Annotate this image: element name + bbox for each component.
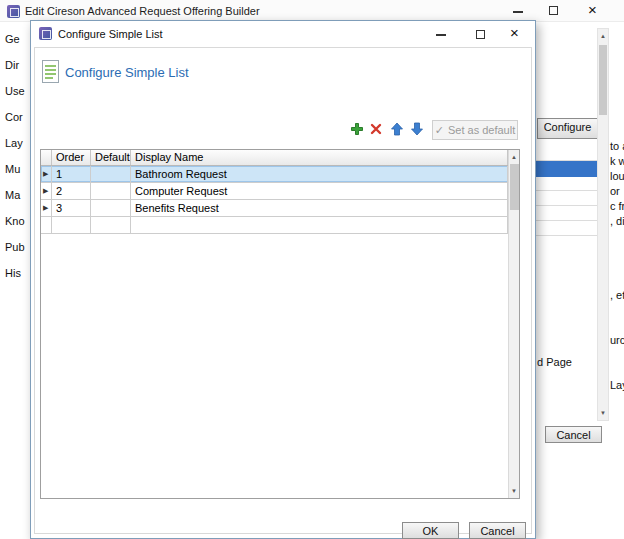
dialog-close-button[interactable]: ×: [510, 26, 519, 40]
text-fragment: k w: [610, 155, 624, 167]
set-as-default-button[interactable]: ✓Set as default: [432, 120, 518, 140]
grid-scrollbar[interactable]: ▲ ▼: [508, 150, 519, 498]
dialog-heading: Configure Simple List: [65, 65, 189, 80]
configure-simple-list-dialog: Configure Simple List × Configure Simple…: [30, 20, 536, 539]
header-selector-cell: [41, 150, 52, 165]
grid-header-row: Order Default Display Name: [41, 150, 508, 166]
background-grid-fragment: [536, 146, 597, 239]
main-scrollbar[interactable]: ▲ ▼: [597, 28, 609, 421]
dialog-maximize-button[interactable]: [476, 30, 485, 39]
background-selected-row: [536, 161, 597, 177]
sidebar-item-user[interactable]: Use: [5, 85, 25, 97]
row-pointer-icon: ▶: [41, 183, 51, 198]
cell-order[interactable]: [52, 217, 91, 233]
list-document-icon: [41, 59, 61, 87]
minimize-button[interactable]: [513, 11, 523, 13]
move-up-icon[interactable]: [389, 122, 405, 138]
text-fragment: c fro: [610, 200, 624, 212]
ok-button[interactable]: OK: [402, 522, 459, 539]
dialog-app-icon: [39, 27, 52, 40]
dialog-cancel-button[interactable]: Cancel: [469, 522, 526, 539]
configure-button[interactable]: Configure: [537, 118, 598, 139]
text-fragment: , di: [610, 215, 624, 227]
background-cancel-button[interactable]: Cancel: [545, 426, 602, 443]
row-selector[interactable]: [41, 217, 52, 233]
cell-default[interactable]: [91, 183, 131, 199]
app-icon: [7, 5, 20, 18]
header-display-name[interactable]: Display Name: [131, 150, 508, 165]
cell-order[interactable]: 2: [52, 183, 91, 199]
scroll-up-icon[interactable]: ▲: [598, 30, 608, 42]
row-selector[interactable]: ▶: [41, 166, 52, 182]
cell-default[interactable]: [91, 217, 131, 233]
cell-display-name[interactable]: Bathroom Request: [131, 166, 508, 182]
cell-order[interactable]: 1: [52, 166, 91, 182]
text-fragment: urc: [610, 334, 624, 346]
page-text-fragment: d Page: [537, 356, 572, 368]
scroll-up-icon[interactable]: ▲: [509, 151, 519, 163]
sidebar-item-general[interactable]: Ge: [5, 33, 20, 45]
row-selector[interactable]: ▶: [41, 183, 52, 199]
cell-display-name[interactable]: [131, 217, 508, 233]
table-row[interactable]: ▶ 3 Benefits Request: [41, 200, 508, 217]
close-button[interactable]: ×: [588, 3, 597, 17]
text-fragment: to a: [610, 140, 624, 152]
table-row[interactable]: ▶ 2 Computer Request: [41, 183, 508, 200]
set-as-default-label: Set as default: [448, 124, 515, 136]
sidebar-item-knowledge[interactable]: Kno: [5, 215, 25, 227]
dialog-titlebar: Configure Simple List ×: [31, 21, 535, 46]
sidebar-item-publish[interactable]: Pub: [5, 241, 25, 253]
header-default[interactable]: Default: [91, 150, 131, 165]
header-order[interactable]: Order: [52, 150, 91, 165]
table-row[interactable]: ▶ 1 Bathroom Request: [41, 166, 508, 183]
sidebar-item-dir[interactable]: Dir: [5, 59, 19, 71]
row-pointer-icon: ▶: [41, 166, 51, 181]
text-fragment: lou: [610, 170, 624, 182]
text-fragment: or: [610, 185, 620, 197]
main-window-title: Edit Cireson Advanced Request Offering B…: [25, 5, 260, 17]
main-scrollbar-thumb[interactable]: [599, 45, 607, 115]
table-row-new[interactable]: [41, 217, 508, 234]
text-fragment: , et: [610, 289, 624, 301]
add-icon[interactable]: [349, 122, 365, 138]
main-titlebar: Edit Cireson Advanced Request Offering B…: [0, 0, 624, 22]
sidebar-item-mu[interactable]: Mu: [5, 163, 20, 175]
cell-display-name[interactable]: Benefits Request: [131, 200, 508, 216]
cell-display-name[interactable]: Computer Request: [131, 183, 508, 199]
sidebar-item-layout[interactable]: Lay: [5, 137, 23, 149]
maximize-button[interactable]: [549, 6, 558, 15]
dialog-content: Configure Simple List: [34, 47, 532, 534]
text-fragment: Lay: [610, 379, 624, 391]
simple-list-grid: Order Default Display Name ▶ 1 Bathroom …: [40, 149, 520, 499]
delete-icon[interactable]: [368, 122, 384, 138]
sidebar-item-history[interactable]: His: [5, 267, 21, 279]
screen: Edit Cireson Advanced Request Offering B…: [0, 0, 624, 539]
cell-default[interactable]: [91, 200, 131, 216]
row-selector[interactable]: ▶: [41, 200, 52, 216]
cell-default[interactable]: [91, 166, 131, 182]
dialog-minimize-button[interactable]: [436, 34, 446, 36]
sidebar-item-ma[interactable]: Ma: [5, 189, 20, 201]
move-down-icon[interactable]: [409, 122, 425, 138]
scroll-down-icon[interactable]: ▼: [509, 485, 519, 497]
scroll-down-icon[interactable]: ▼: [598, 407, 608, 419]
cell-order[interactable]: 3: [52, 200, 91, 216]
grid-scrollbar-thumb[interactable]: [510, 164, 519, 210]
sidebar-item-configure[interactable]: Cor: [5, 111, 23, 123]
row-pointer-icon: ▶: [41, 200, 51, 215]
check-icon: ✓: [435, 124, 444, 136]
dialog-title: Configure Simple List: [58, 28, 163, 40]
